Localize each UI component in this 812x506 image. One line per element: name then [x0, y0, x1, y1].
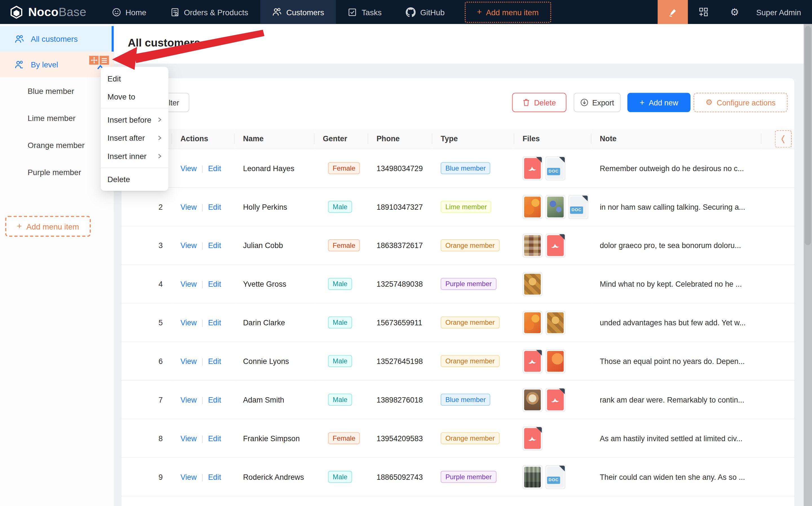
image-thumbnail[interactable]	[522, 388, 542, 412]
nocobase-logo[interactable]: NocoBase	[0, 5, 86, 19]
nav-item-orders-products[interactable]: Orders & Products	[158, 0, 260, 24]
delete-button[interactable]: Delete	[512, 93, 566, 112]
menu-item-insert-before[interactable]: Insert before	[101, 110, 168, 129]
nav-item-customers[interactable]: Customers	[260, 0, 336, 24]
sidebar-item-lime-member[interactable]: Lime member	[0, 104, 113, 132]
pdf-file-icon[interactable]	[522, 156, 542, 180]
view-link[interactable]: View	[180, 164, 197, 173]
image-thumbnail[interactable]	[522, 195, 542, 219]
row-index: 6	[121, 342, 172, 380]
row-index: 3	[121, 226, 172, 265]
image-thumbnail[interactable]	[522, 465, 542, 489]
users-icon	[272, 7, 281, 17]
col-header-type[interactable]: Type	[432, 129, 514, 149]
sidebar-item-all-customers[interactable]: All customers	[0, 26, 113, 52]
customer-name: Adam Smith	[235, 380, 314, 419]
table-row[interactable]: 2 View|Edit Holly Perkins Male 189103473…	[121, 187, 794, 226]
table-row[interactable]: 4 View|Edit Yvette Gross Male 1325748903…	[121, 265, 794, 303]
configure-actions-button[interactable]: ⚙ Configure actions	[694, 93, 788, 112]
menu-item-insert-inner[interactable]: Insert inner	[101, 147, 168, 165]
col-header-name[interactable]: Name	[235, 129, 314, 149]
files-cell	[522, 310, 591, 334]
pdf-file-icon[interactable]	[522, 349, 542, 373]
col-header-gender[interactable]: Genter	[314, 129, 368, 149]
edit-link[interactable]: Edit	[208, 434, 221, 442]
smiley-icon	[112, 8, 121, 16]
type-tag: Orange member	[441, 355, 499, 367]
nav-item-home[interactable]: Home	[100, 0, 158, 24]
menu-item-move-to[interactable]: Move to	[101, 88, 168, 106]
nav-item-tasks[interactable]: Tasks	[336, 0, 394, 24]
menu-item-delete[interactable]: Delete	[101, 170, 168, 188]
image-thumbnail[interactable]	[546, 195, 565, 219]
menu-item-edit[interactable]: Edit	[101, 69, 168, 88]
edit-link[interactable]: Edit	[208, 203, 221, 211]
table-header-row: Actions Name Genter Phone Type Files Not…	[121, 129, 794, 149]
customer-name: Frankie Simpson	[235, 419, 314, 457]
sidebar-item-blue-member[interactable]: Blue member	[0, 77, 113, 104]
add-new-button[interactable]: + Add new	[627, 93, 691, 112]
view-link[interactable]: View	[180, 473, 197, 481]
image-thumbnail[interactable]	[546, 310, 565, 334]
files-cell: DOC	[522, 156, 591, 180]
gender-tag: Male	[328, 355, 352, 367]
table-row[interactable]: 1 View|Edit Leonard Hayes Female 1349803…	[121, 149, 794, 187]
doc-file-icon[interactable]: DOC	[546, 465, 565, 489]
settings-button[interactable]: ⚙	[719, 7, 750, 17]
pdf-file-icon[interactable]	[546, 388, 565, 412]
view-link[interactable]: View	[180, 241, 197, 249]
edit-link[interactable]: Edit	[208, 357, 221, 365]
page-scrollbar[interactable]	[804, 24, 812, 506]
pdf-file-icon[interactable]	[546, 233, 565, 257]
edit-link[interactable]: Edit	[208, 241, 221, 249]
files-cell: DOC	[522, 465, 591, 489]
view-link[interactable]: View	[180, 203, 197, 211]
col-header-actions[interactable]: Actions	[172, 129, 235, 149]
export-button[interactable]: Export	[574, 93, 621, 112]
table-row[interactable]: 3 View|Edit Julian Cobb Female 186383726…	[121, 226, 794, 265]
scrollbar-thumb[interactable]	[805, 26, 811, 245]
link-divider: |	[201, 357, 203, 365]
table-row[interactable]: 9 View|Edit Roderick Andrews Male 188650…	[121, 457, 794, 496]
gender-tag: Male	[328, 201, 352, 213]
table-row[interactable]: 5 View|Edit Darin Clarke Male 1567365991…	[121, 303, 794, 342]
image-thumbnail[interactable]	[522, 233, 542, 257]
user-menu[interactable]: Super Admin	[750, 8, 812, 16]
view-link[interactable]: View	[180, 318, 197, 327]
view-link[interactable]: View	[180, 434, 197, 442]
ui-editor-button[interactable]	[658, 0, 688, 24]
view-link[interactable]: View	[180, 280, 197, 288]
sidebar-item-purple-member[interactable]: Purple member	[0, 158, 113, 185]
image-thumbnail[interactable]	[546, 349, 565, 373]
sidebar-add-menu-item-button[interactable]: + Add menu item	[5, 216, 90, 237]
menu-item-insert-after[interactable]: Insert after	[101, 129, 168, 147]
col-header-note[interactable]: Note	[591, 129, 761, 149]
sidebar-item-orange-member[interactable]: Orange member	[0, 132, 113, 158]
table-row[interactable]: 7 View|Edit Adam Smith Male 13898276018 …	[121, 380, 794, 419]
table-row[interactable]: 6 View|Edit Connie Lyons Male 1352764519…	[121, 342, 794, 380]
table-row[interactable]: 8 View|Edit Frankie Simpson Female 13954…	[121, 419, 794, 457]
pdf-file-icon[interactable]	[522, 426, 542, 450]
drag-move-icon	[90, 57, 97, 64]
plugin-manager-button[interactable]	[688, 7, 719, 17]
view-link[interactable]: View	[180, 357, 197, 365]
navbar-add-menu-item-button[interactable]: + Add menu item	[464, 1, 551, 23]
edit-link[interactable]: Edit	[208, 164, 221, 173]
plus-icon: +	[477, 8, 482, 16]
col-header-phone[interactable]: Phone	[368, 129, 432, 149]
nav-item-github[interactable]: GitHub	[394, 0, 457, 24]
doc-file-icon[interactable]: DOC	[546, 156, 565, 180]
edit-link[interactable]: Edit	[208, 280, 221, 288]
customer-name: Leonard Hayes	[235, 149, 314, 187]
view-link[interactable]: View	[180, 396, 197, 404]
configure-columns-button[interactable]	[775, 130, 792, 148]
page-title: All customers	[128, 36, 200, 49]
edit-link[interactable]: Edit	[208, 473, 221, 481]
col-header-files[interactable]: Files	[514, 129, 591, 149]
doc-file-icon[interactable]: DOC	[568, 195, 588, 219]
image-thumbnail[interactable]	[522, 310, 542, 334]
edit-link[interactable]: Edit	[208, 396, 221, 404]
gender-tag: Male	[328, 471, 352, 483]
image-thumbnail[interactable]	[522, 272, 542, 296]
edit-link[interactable]: Edit	[208, 318, 221, 327]
